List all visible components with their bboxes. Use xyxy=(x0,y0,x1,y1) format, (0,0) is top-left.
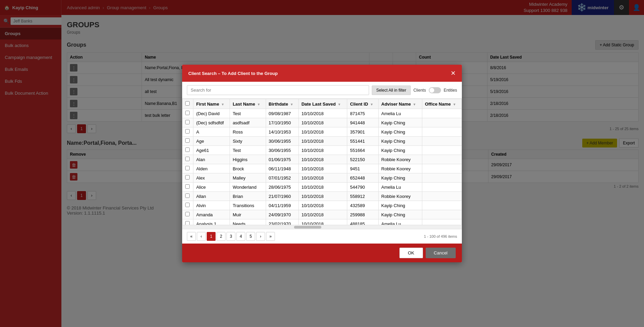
modal-page-1-btn[interactable]: 1 xyxy=(207,232,216,241)
select-all-checkbox[interactable] xyxy=(185,101,190,106)
row-checkbox[interactable] xyxy=(185,212,190,216)
birthdate-filter-icon[interactable]: ▼ xyxy=(290,103,293,106)
modal-office-cell xyxy=(422,219,462,225)
modal-adviser-cell: Robbie Koorey xyxy=(378,192,422,201)
row-checkbox[interactable] xyxy=(185,203,190,207)
modal-firstname-cell: Alden xyxy=(193,164,230,173)
modal-adviser-cell: Amelia Lu xyxy=(378,219,422,225)
modal-lastname-cell: Muir xyxy=(230,210,266,219)
modal-birthdate-cell: 09/08/1987 xyxy=(266,109,298,118)
modal-col-adviser: Adviser Name ▼ xyxy=(378,99,422,109)
datesaved-filter-icon[interactable]: ▼ xyxy=(338,103,341,106)
modal-close-button[interactable]: ✕ xyxy=(451,69,456,77)
adviser-filter-icon[interactable]: ▼ xyxy=(413,103,416,106)
table-row: Amanda Muir 24/09/1970 10/10/2018 259988… xyxy=(182,210,462,219)
row-checkbox[interactable] xyxy=(185,184,190,189)
modal-office-cell xyxy=(422,137,462,146)
clients-entities-toggle[interactable] xyxy=(429,87,441,93)
modal-search-input[interactable] xyxy=(187,85,369,95)
modal-checkbox-cell xyxy=(182,155,193,164)
modal-birthdate-cell: 14/10/1953 xyxy=(266,127,298,137)
modal-lastname-cell: Transitions xyxy=(230,201,266,210)
modal-birthdate-cell: 17/10/1950 xyxy=(266,118,298,127)
modal-table-wrapper: First Name ▼ Last Name ▼ Birthdate ▼ Dat… xyxy=(182,99,462,225)
modal-page-2-btn[interactable]: 2 xyxy=(217,232,225,241)
modal-adviser-cell: Kayip Ching xyxy=(378,137,422,146)
row-checkbox[interactable] xyxy=(185,221,190,225)
modal-clientid-cell: 652448 xyxy=(347,173,378,183)
modal-first-btn[interactable]: « xyxy=(187,232,196,241)
modal-checkbox-cell xyxy=(182,173,193,183)
modal-datesaved-cell: 10/10/2018 xyxy=(298,219,347,225)
modal-next-btn[interactable]: › xyxy=(256,232,265,241)
table-row: Analysis 1 Needs 23/02/1970 10/10/2018 4… xyxy=(182,219,462,225)
row-checkbox[interactable] xyxy=(185,129,190,134)
modal-firstname-cell: Allan xyxy=(193,192,230,201)
modal-page-3-btn[interactable]: 3 xyxy=(226,232,235,241)
modal-birthdate-cell: 30/06/1955 xyxy=(266,146,298,155)
modal-adviser-cell: Kayip Ching xyxy=(378,210,422,219)
clientid-filter-icon[interactable]: ▼ xyxy=(370,103,374,106)
ok-button[interactable]: OK xyxy=(399,248,423,258)
modal-office-cell xyxy=(422,210,462,219)
cancel-button[interactable]: Cancel xyxy=(426,248,456,258)
modal-office-cell xyxy=(422,183,462,192)
row-checkbox[interactable] xyxy=(185,111,190,115)
row-checkbox[interactable] xyxy=(185,147,190,152)
modal-lastname-cell: Needs xyxy=(230,219,266,225)
entities-label: Entities xyxy=(444,88,457,93)
row-checkbox[interactable] xyxy=(185,138,190,143)
row-checkbox[interactable] xyxy=(185,157,190,161)
modal-checkbox-cell xyxy=(182,127,193,137)
modal-datesaved-cell: 10/10/2018 xyxy=(298,173,347,183)
modal-adviser-cell: Kayip Ching xyxy=(378,127,422,137)
modal-page-4-btn[interactable]: 4 xyxy=(236,232,245,241)
modal-firstname-cell: Age61 xyxy=(193,146,230,155)
modal-checkbox-cell xyxy=(182,192,193,201)
modal-datesaved-cell: 10/10/2018 xyxy=(298,137,347,146)
lastname-filter-icon[interactable]: ▼ xyxy=(257,103,261,106)
modal-datesaved-cell: 10/10/2018 xyxy=(298,109,347,118)
modal-clientid-cell: 488185 xyxy=(347,219,378,225)
modal-lastname-cell: Wonderland xyxy=(230,183,266,192)
modal-firstname-cell: (Dec) sdfsdfdf xyxy=(193,118,230,127)
modal-checkbox-cell xyxy=(182,210,193,219)
modal-checkbox-cell xyxy=(182,137,193,146)
modal-office-cell xyxy=(422,118,462,127)
client-search-modal: Client Search – To Add Client to the Gro… xyxy=(182,65,462,262)
modal-adviser-cell: Kayip Ching xyxy=(378,118,422,127)
table-row: Alex Malley 07/01/1952 10/10/2018 652448… xyxy=(182,173,462,183)
modal-prev-btn[interactable]: ‹ xyxy=(197,232,206,241)
modal-office-cell xyxy=(422,109,462,118)
modal-checkbox-cell xyxy=(182,146,193,155)
office-filter-icon[interactable]: ▼ xyxy=(453,103,456,106)
modal-overlay[interactable]: Client Search – To Add Client to the Gro… xyxy=(0,0,644,327)
modal-page-btns: « ‹ 1 2 3 4 5 › » xyxy=(187,232,275,241)
row-checkbox[interactable] xyxy=(185,120,190,124)
row-checkbox[interactable] xyxy=(185,193,190,198)
modal-birthdate-cell: 01/06/1975 xyxy=(266,155,298,164)
modal-last-btn[interactable]: » xyxy=(266,232,275,241)
table-row: Age61 Test 30/06/1955 10/10/2018 551664 … xyxy=(182,146,462,155)
modal-lastname-cell: Malley xyxy=(230,173,266,183)
modal-hscroll-track[interactable] xyxy=(294,226,321,229)
row-checkbox[interactable] xyxy=(185,175,190,180)
modal-adviser-cell: Kayip Ching xyxy=(378,201,422,210)
modal-clientid-cell: 357901 xyxy=(347,127,378,137)
firstname-filter-icon[interactable]: ▼ xyxy=(221,103,224,106)
modal-datesaved-cell: 10/10/2018 xyxy=(298,192,347,201)
modal-datesaved-cell: 10/10/2018 xyxy=(298,210,347,219)
modal-birthdate-cell: 06/11/1948 xyxy=(266,164,298,173)
modal-col-clientid: Client ID ▼ xyxy=(347,99,378,109)
row-checkbox[interactable] xyxy=(185,166,190,170)
table-row: A Ross 14/10/1953 10/10/2018 357901 Kayi… xyxy=(182,127,462,137)
modal-datesaved-cell: 10/10/2018 xyxy=(298,164,347,173)
modal-datesaved-cell: 10/10/2018 xyxy=(298,155,347,164)
modal-checkbox-cell xyxy=(182,109,193,118)
modal-office-cell xyxy=(422,155,462,164)
table-row: Alice Wonderland 28/06/1975 10/10/2018 5… xyxy=(182,183,462,192)
modal-birthdate-cell: 07/01/1952 xyxy=(266,173,298,183)
modal-page-5-btn[interactable]: 5 xyxy=(246,232,255,241)
select-all-filter-button[interactable]: Select All in filter xyxy=(372,85,411,95)
table-row: Allan Brian 21/07/1960 10/10/2018 558912… xyxy=(182,192,462,201)
